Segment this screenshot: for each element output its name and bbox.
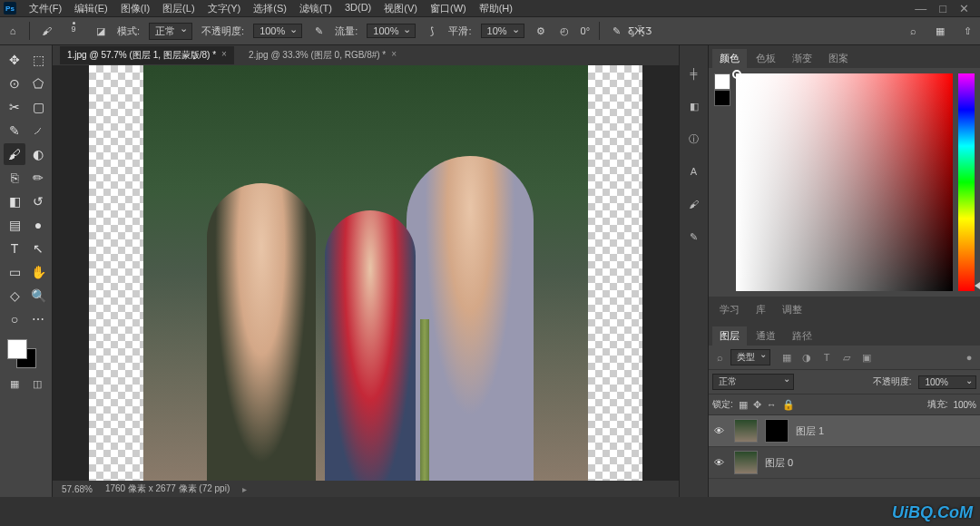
tab-gradients[interactable]: 渐变: [785, 49, 819, 68]
color-swatches[interactable]: [4, 339, 48, 368]
swap-icon[interactable]: ◪: [93, 24, 108, 38]
tab-swatches[interactable]: 色板: [749, 49, 783, 68]
doc-tab-2[interactable]: 2.jpg @ 33.3% (图层 0, RGB/8#) * ×: [241, 46, 404, 64]
tab-channels[interactable]: 通道: [749, 326, 783, 346]
menu-help[interactable]: 帮助(H): [474, 0, 518, 17]
close-button[interactable]: ✕: [959, 2, 969, 15]
brush-panel-icon[interactable]: 🖌: [684, 194, 704, 214]
quickmask-icon[interactable]: ▦: [4, 375, 25, 392]
tool-eyedropper[interactable]: ✎: [4, 120, 25, 141]
maximize-button[interactable]: □: [939, 2, 946, 15]
tool-pencil[interactable]: ✏: [27, 167, 49, 189]
tool-ruler[interactable]: ⟋: [27, 120, 49, 141]
hue-pointer-icon[interactable]: [975, 282, 980, 289]
flow-input[interactable]: 100%: [367, 24, 416, 38]
minimize-button[interactable]: —: [915, 2, 926, 15]
visibility-icon[interactable]: 👁: [714, 425, 727, 436]
menu-file[interactable]: 文件(F): [24, 0, 67, 17]
filter-toggle[interactable]: ●: [962, 351, 976, 364]
filter-kind-select[interactable]: 类型: [730, 349, 770, 365]
airbrush-icon[interactable]: ⟆: [425, 24, 439, 38]
tab-color[interactable]: 颜色: [712, 49, 747, 68]
tab-layers[interactable]: 图层: [712, 326, 747, 346]
tab-libraries[interactable]: 库: [749, 300, 773, 319]
close-icon[interactable]: ×: [221, 49, 227, 62]
opacity-input[interactable]: 100%: [253, 24, 302, 38]
doc-tab-1[interactable]: 1.jpg @ 57.7% (图层 1, 图层蒙版/8) * ×: [60, 46, 234, 64]
filter-adj-icon[interactable]: ◑: [799, 351, 814, 364]
search-icon[interactable]: ⌕: [712, 351, 727, 364]
smooth-input[interactable]: 10%: [481, 24, 524, 38]
tool-clone[interactable]: ⎘: [4, 167, 25, 189]
tool-move[interactable]: ✥: [4, 49, 25, 71]
menu-select[interactable]: 选择(S): [248, 0, 292, 17]
tool-lasso[interactable]: ⊙: [4, 73, 25, 94]
tab-paths[interactable]: 路径: [785, 326, 819, 346]
tool-brush[interactable]: 🖌: [4, 143, 25, 165]
lock-artboard-icon[interactable]: ↔: [767, 399, 777, 411]
layer-thumbnail[interactable]: [734, 451, 758, 474]
workspace-icon[interactable]: ▦: [933, 24, 947, 38]
gear-icon[interactable]: ⚙: [534, 24, 548, 38]
zoom-value[interactable]: 57.68%: [62, 484, 93, 494]
layer-name[interactable]: 图层 0: [765, 456, 793, 470]
symmetry-icon[interactable]: Ƹ̵̡Ӝ̵̨̄Ʒ: [632, 24, 647, 38]
tool-rectangle[interactable]: ▭: [4, 261, 25, 283]
layer-row[interactable]: 👁图层 0: [709, 447, 980, 479]
tool-blur[interactable]: ●: [27, 214, 49, 236]
hue-slider[interactable]: [958, 73, 975, 291]
visibility-icon[interactable]: 👁: [714, 457, 727, 468]
pressure-size-icon[interactable]: ✎: [609, 24, 623, 38]
tool-history-brush[interactable]: ↺: [27, 190, 49, 212]
filter-type-icon[interactable]: T: [819, 351, 834, 364]
angle-icon[interactable]: ◴: [557, 24, 572, 38]
layer-row[interactable]: 👁图层 1: [709, 415, 980, 447]
menu-filter[interactable]: 滤镜(T): [294, 0, 338, 17]
tool-marquee[interactable]: ⬚: [27, 49, 49, 71]
tab-adjustments[interactable]: 调整: [775, 300, 809, 319]
lock-position-icon[interactable]: ✥: [753, 399, 761, 411]
tool-crop[interactable]: ✂: [4, 96, 25, 118]
menu-layer[interactable]: 图层(L): [157, 0, 200, 17]
menu-type[interactable]: 文字(Y): [202, 0, 247, 17]
adjust-icon[interactable]: ◧: [684, 96, 704, 116]
brush-preset-icon[interactable]: ✎: [684, 227, 704, 247]
layer-blend-select[interactable]: 正常: [712, 374, 794, 390]
share-icon[interactable]: ⇧: [960, 24, 975, 38]
mini-swatches[interactable]: [714, 73, 730, 291]
filter-shape-icon[interactable]: ▱: [839, 351, 854, 364]
tool-hand[interactable]: ✋: [27, 261, 49, 283]
tool-frame[interactable]: ▢: [27, 96, 49, 118]
home-icon[interactable]: ⌂: [5, 24, 20, 38]
layer-name[interactable]: 图层 1: [796, 424, 824, 438]
opacity-pressure-icon[interactable]: ✎: [311, 24, 326, 38]
layer-opacity-input[interactable]: 100%: [918, 375, 976, 389]
lock-all-icon[interactable]: 🔒: [782, 399, 795, 411]
filter-image-icon[interactable]: ▦: [779, 351, 794, 364]
tool-more[interactable]: ⋯: [27, 308, 49, 330]
char-icon[interactable]: A: [684, 161, 704, 181]
tool-custom-shape[interactable]: ◇: [4, 285, 25, 307]
tool-type[interactable]: T: [4, 238, 25, 259]
tool-path-select[interactable]: ↖: [27, 238, 49, 259]
blend-mode-select[interactable]: 正常: [149, 23, 192, 40]
menu-3d[interactable]: 3D(D): [339, 0, 377, 17]
tool-zoom[interactable]: 🔍: [27, 285, 49, 307]
layer-mask-thumbnail[interactable]: [765, 419, 789, 443]
menu-window[interactable]: 窗口(W): [425, 0, 472, 17]
bg-mini-swatch[interactable]: [714, 90, 730, 106]
layer-fill-input[interactable]: 100%: [953, 400, 976, 410]
search-icon[interactable]: ⌕: [906, 24, 920, 38]
menu-view[interactable]: 视图(V): [378, 0, 423, 17]
menu-edit[interactable]: 编辑(E): [69, 0, 113, 17]
chevron-right-icon[interactable]: ▸: [242, 484, 247, 494]
tab-learn[interactable]: 学习: [712, 300, 747, 319]
layer-thumbnail[interactable]: [734, 419, 758, 443]
fg-mini-swatch[interactable]: [714, 73, 730, 90]
tool-gradient[interactable]: ▤: [4, 214, 25, 236]
close-icon[interactable]: ×: [391, 49, 397, 62]
tool-ellipse[interactable]: ○: [4, 308, 25, 330]
foreground-swatch[interactable]: [7, 339, 27, 359]
history-icon[interactable]: ╪: [684, 63, 704, 83]
lock-pixels-icon[interactable]: ▦: [739, 399, 748, 411]
